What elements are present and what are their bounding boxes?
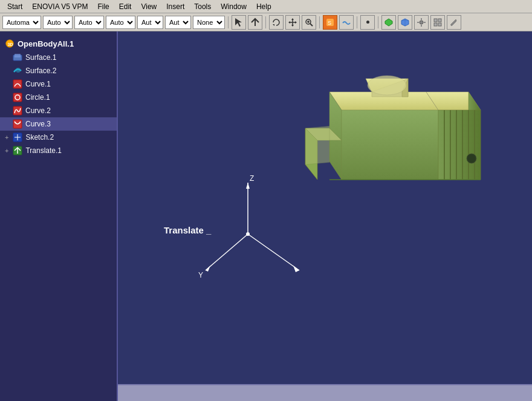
tree-item-label-curve1: Curve.1 bbox=[25, 80, 51, 88]
tree-item-translate1[interactable]: + Translate.1 bbox=[0, 144, 117, 157]
toolbar-select-1[interactable]: Automa bbox=[2, 16, 41, 29]
toolbar: Automa Auto Auto Auto Aut Aut None S bbox=[0, 13, 532, 31]
svg-text:S: S bbox=[328, 20, 331, 26]
menu-start[interactable]: Start bbox=[2, 1, 27, 12]
toolbar-btn-arrow[interactable] bbox=[248, 15, 262, 30]
viewport-svg: Z Y bbox=[130, 37, 505, 292]
tree-item-sketch2[interactable]: + Sketch.2 bbox=[0, 131, 117, 144]
tree-item-label-curve2: Curve.2 bbox=[25, 106, 51, 115]
svg-rect-18 bbox=[421, 25, 422, 27]
sketch2-icon bbox=[13, 132, 22, 142]
svg-marker-1 bbox=[273, 24, 274, 26]
svg-marker-53 bbox=[342, 110, 438, 180]
curve3-icon bbox=[13, 119, 22, 129]
menu-tools[interactable]: Tools bbox=[189, 1, 216, 12]
tree-item-circle1[interactable]: Circle.1 bbox=[0, 91, 117, 104]
toolbar-btn-blue-wave[interactable] bbox=[339, 15, 354, 30]
svg-line-42 bbox=[206, 234, 248, 270]
svg-rect-24 bbox=[438, 23, 441, 26]
menu-window[interactable]: Window bbox=[216, 1, 251, 12]
toolbar-select-4[interactable]: Auto bbox=[106, 16, 135, 29]
svg-marker-5 bbox=[295, 21, 297, 24]
toolbar-select-none[interactable]: None bbox=[193, 16, 225, 29]
toolbar-btn-pan[interactable] bbox=[285, 15, 300, 30]
svg-rect-20 bbox=[424, 22, 426, 23]
plus-icon-translate: + bbox=[5, 147, 8, 154]
toolbar-btn-orange[interactable]: S bbox=[323, 15, 337, 30]
tree-root-label: OpenBodyAll.1 bbox=[18, 39, 74, 48]
svg-point-61 bbox=[467, 154, 476, 163]
tree-item-curve2[interactable]: Curve.2 bbox=[0, 104, 117, 117]
svg-marker-48 bbox=[293, 266, 299, 272]
menu-file[interactable]: File bbox=[92, 1, 114, 12]
menu-help[interactable]: Help bbox=[251, 1, 276, 12]
svg-marker-0 bbox=[235, 18, 242, 27]
svg-point-16 bbox=[420, 21, 423, 24]
svg-rect-17 bbox=[421, 18, 422, 20]
svg-marker-46 bbox=[246, 183, 250, 189]
dot-icon bbox=[366, 21, 369, 24]
tree-item-label-sketch2: Sketch.2 bbox=[25, 133, 54, 142]
svg-marker-47 bbox=[206, 266, 210, 272]
tree-item-label-circle1: Circle.1 bbox=[25, 93, 50, 102]
toolbar-btn-green-3d[interactable] bbox=[381, 15, 396, 30]
toolbar-btn-gear1[interactable] bbox=[414, 15, 429, 30]
translate1-icon bbox=[13, 146, 22, 155]
menu-bar: Start ENOVIA V5 VPM File Edit View Inser… bbox=[0, 0, 532, 13]
tree-root[interactable]: 3D OpenBodyAll.1 bbox=[0, 36, 117, 51]
svg-rect-69 bbox=[305, 126, 329, 165]
plus-icon-sketch: + bbox=[5, 134, 8, 141]
tree-item-label-curve3: Curve.3 bbox=[25, 120, 51, 128]
toolbar-separator-1 bbox=[228, 16, 229, 28]
tree-item-curve3[interactable]: Curve.3 bbox=[0, 117, 117, 131]
toolbar-separator-4 bbox=[357, 16, 357, 28]
toolbar-btn-grid[interactable] bbox=[430, 15, 445, 30]
tree-panel: 3D OpenBodyAll.1 Surface.1 Surface.2 bbox=[0, 31, 118, 401]
toolbar-select-3[interactable]: Auto bbox=[74, 16, 104, 29]
surface2-icon bbox=[13, 66, 22, 76]
toolbar-btn-cursor[interactable] bbox=[232, 15, 246, 30]
menu-edit[interactable]: Edit bbox=[114, 1, 137, 12]
toolbar-select-6[interactable]: Aut bbox=[165, 16, 191, 29]
circle1-icon bbox=[13, 93, 22, 102]
root-icon: 3D bbox=[5, 39, 15, 48]
svg-text:Z: Z bbox=[250, 174, 254, 183]
tree-item-surface1[interactable]: Surface.1 bbox=[0, 51, 117, 64]
svg-line-7 bbox=[310, 24, 313, 26]
svg-point-65 bbox=[368, 76, 406, 95]
toolbar-btn-dot[interactable] bbox=[360, 15, 375, 30]
curve2-icon bbox=[13, 106, 22, 116]
svg-marker-3 bbox=[291, 25, 294, 27]
svg-text:Y: Y bbox=[198, 271, 203, 279]
toolbar-btn-wrench[interactable] bbox=[447, 15, 461, 30]
svg-rect-23 bbox=[434, 23, 437, 26]
svg-rect-28 bbox=[15, 54, 21, 57]
main-area: 3D OpenBodyAll.1 Surface.1 Surface.2 bbox=[0, 31, 532, 401]
toolbar-separator-5 bbox=[378, 16, 378, 28]
svg-point-45 bbox=[246, 232, 250, 236]
svg-marker-2 bbox=[291, 18, 294, 20]
toolbar-separator-2 bbox=[265, 16, 266, 28]
svg-rect-19 bbox=[417, 22, 419, 23]
menu-insert[interactable]: Insert bbox=[161, 1, 189, 12]
menu-view[interactable]: View bbox=[136, 1, 161, 12]
tree-item-curve1[interactable]: Curve.1 bbox=[0, 77, 117, 91]
status-bar bbox=[118, 384, 532, 401]
toolbar-btn-zoom[interactable] bbox=[302, 15, 316, 30]
svg-rect-22 bbox=[438, 19, 441, 22]
tree-item-label-surface2: Surface.2 bbox=[25, 67, 56, 75]
tree-item-surface2[interactable]: Surface.2 bbox=[0, 64, 117, 77]
svg-text:3D: 3D bbox=[7, 42, 13, 47]
viewport[interactable]: Translate _ bbox=[118, 31, 532, 401]
svg-marker-4 bbox=[288, 21, 290, 24]
toolbar-separator-3 bbox=[319, 16, 320, 28]
surface1-icon bbox=[13, 53, 22, 62]
toolbar-btn-cube[interactable] bbox=[398, 15, 412, 30]
toolbar-select-2[interactable]: Auto bbox=[43, 16, 73, 29]
menu-enovia[interactable]: ENOVIA V5 VPM bbox=[27, 1, 92, 12]
toolbar-select-5[interactable]: Aut bbox=[137, 16, 163, 29]
svg-line-44 bbox=[248, 234, 299, 270]
svg-rect-21 bbox=[434, 19, 437, 22]
curve1-icon bbox=[13, 79, 22, 89]
toolbar-btn-rotate[interactable] bbox=[269, 15, 284, 30]
